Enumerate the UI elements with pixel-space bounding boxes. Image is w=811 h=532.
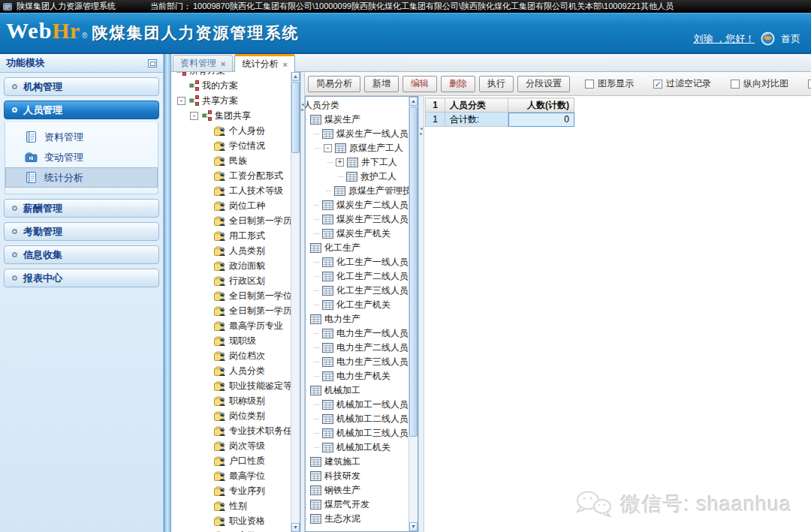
plan-tree-node[interactable]: -共享方案 — [174, 93, 291, 108]
plan-tree-node[interactable]: 工资分配形式 — [174, 168, 291, 183]
category-tree-node[interactable]: 钢铁生产 — [305, 483, 409, 497]
category-tree-node[interactable]: 煤炭生产二线人员 — [305, 198, 409, 212]
home-link[interactable]: 首页 — [781, 32, 800, 46]
plan-tree-node[interactable]: 个人身份 — [174, 123, 291, 138]
plan-tree-node[interactable]: 工人技术等级 — [174, 183, 291, 198]
tab-统计分析[interactable]: 统计分析× — [234, 54, 294, 72]
sidebar-group-机构管理[interactable]: 机构管理 — [4, 77, 159, 96]
checkbox-过滤空记录[interactable]: ✓过滤空记录 — [653, 77, 711, 90]
plan-tree-node[interactable]: 岗位工种 — [174, 198, 291, 213]
category-tree-node[interactable]: 机械加工三线人员 — [305, 426, 409, 440]
category-tree-node[interactable]: +井下工人 — [305, 155, 409, 170]
scroll-down-arrow-icon[interactable]: ▼ — [291, 523, 300, 532]
splitter-grip-icon[interactable]: ◂▸ — [301, 102, 304, 113]
plan-tree-node[interactable]: 岗位档次 — [174, 348, 291, 363]
plan-tree-node[interactable]: 户口性质 — [174, 453, 291, 468]
plan-tree-node[interactable]: 性别 — [174, 498, 291, 513]
category-tree-node[interactable]: 机械加工 — [305, 383, 409, 398]
plan-tree-node[interactable]: 我的方案 — [174, 78, 291, 93]
category-tree-node[interactable]: 电力生产 — [305, 312, 409, 326]
plan-tree-node[interactable]: 最高学历专业 — [174, 318, 291, 333]
checkbox-图形显示[interactable]: 图形显示 — [585, 77, 634, 90]
plan-tree-node[interactable]: 所有方案 — [174, 72, 291, 78]
scroll-up-arrow-icon[interactable]: ▲ — [409, 97, 418, 106]
category-tree-node[interactable]: 化工生产 — [305, 241, 409, 255]
plan-tree-node[interactable]: 政治面貌 — [174, 258, 291, 273]
category-tree-node[interactable]: 科技研发 — [305, 469, 409, 483]
sidebar-group-人员管理[interactable]: 人员管理 — [4, 101, 159, 119]
category-tree-node[interactable]: 机械加工一线人员 — [305, 398, 409, 412]
category-tree-node[interactable]: 煤层气开发 — [305, 497, 409, 512]
执行-button[interactable]: 执行 — [479, 76, 514, 92]
popout-icon[interactable] — [148, 59, 157, 68]
编辑-button[interactable]: 编辑 — [402, 76, 437, 92]
checkbox-unchecked-icon[interactable] — [731, 80, 740, 89]
checkbox-纵向对比图[interactable]: 纵向对比图 — [731, 77, 788, 90]
category-tree-node[interactable]: 煤炭生产一线人员 — [305, 127, 409, 141]
plan-tree-node[interactable]: 全日制第一学历专业 — [174, 213, 291, 228]
category-tree-node[interactable]: 原煤生产管理技术人员 — [305, 184, 409, 198]
collapse-icon[interactable]: - — [324, 144, 332, 152]
plan-tree-node[interactable]: 岗次等级 — [174, 438, 291, 453]
plan-tree-node[interactable]: 岗位类别 — [174, 408, 291, 423]
category-tree-node[interactable]: -原煤生产工人 — [305, 141, 409, 155]
plan-tree-node[interactable]: 全日制第一学历 — [174, 303, 291, 318]
column-header[interactable]: 人员分类 — [445, 98, 508, 113]
分段设置-button[interactable]: 分段设置 — [517, 76, 570, 92]
scroll-down-arrow-icon[interactable]: ▼ — [409, 522, 418, 531]
删除-button[interactable]: 删除 — [441, 76, 475, 92]
plan-tree-node[interactable]: 职业资格 — [174, 513, 291, 528]
plan-tree-node[interactable]: 最高学历 — [174, 528, 291, 532]
plan-tree-node[interactable]: 行政区划 — [174, 273, 291, 288]
sidebar-item-资料管理[interactable]: 资料管理 — [5, 127, 158, 147]
plan-tree-node[interactable]: 学位情况 — [174, 138, 291, 153]
checkbox-unchecked-icon[interactable] — [808, 80, 811, 89]
简易分析-button[interactable]: 简易分析 — [308, 76, 360, 92]
category-panel-splitter[interactable]: ◂▸ — [418, 96, 424, 532]
category-tree-node[interactable]: 救护工人 — [305, 170, 409, 184]
plan-tree-node[interactable]: 现职级 — [174, 333, 291, 348]
category-tree-node[interactable]: 电力生产一线人员 — [305, 326, 409, 341]
category-tree-node[interactable]: 化工生产二线人员 — [305, 269, 409, 284]
plan-tree-node[interactable]: 最高学位 — [174, 468, 291, 483]
plan-tree-node[interactable]: 专业序列 — [174, 483, 291, 498]
tab-资料管理[interactable]: 资料管理× — [173, 55, 233, 71]
sidebar-item-变动管理[interactable]: 变动管理 — [5, 147, 158, 167]
plan-tree-scrollbar[interactable]: ▲ ▼ — [291, 72, 300, 532]
tab-close-icon[interactable]: × — [221, 59, 225, 68]
category-tree-node[interactable]: 化工生产一线人员 — [305, 255, 409, 269]
category-tree-node[interactable]: 机械加工机关 — [305, 440, 409, 455]
tab-close-icon[interactable]: × — [282, 60, 287, 69]
category-tree-node[interactable]: 煤炭生产 — [305, 113, 409, 127]
table-row[interactable]: 1合计数:0 — [426, 113, 574, 127]
plan-tree-node[interactable]: 人员分类 — [174, 363, 291, 378]
plan-tree-node[interactable]: -集团共享 — [174, 108, 291, 123]
category-tree-node[interactable]: 建筑施工 — [305, 455, 409, 469]
category-tree-node[interactable]: 电力生产三线人员 — [305, 355, 409, 369]
column-header[interactable]: 1 — [426, 98, 445, 113]
category-tree-scrollbar[interactable]: ▲ ▼ — [409, 97, 418, 531]
category-tree-node[interactable]: 生态水泥 — [305, 512, 409, 526]
checkbox-unchecked-icon[interactable] — [585, 80, 594, 89]
collapse-icon[interactable]: - — [177, 97, 185, 105]
plan-tree-node[interactable]: 人员类别 — [174, 243, 291, 258]
plan-tree-node[interactable]: 全日制第一学位 — [174, 288, 291, 303]
expand-icon[interactable]: + — [336, 158, 344, 167]
sidebar-splitter[interactable] — [164, 54, 171, 532]
sidebar-group-报表中心[interactable]: 报表中心 — [4, 269, 159, 287]
plan-tree-node[interactable]: 专业技术职务任职资格 — [174, 423, 291, 438]
category-tree-node[interactable]: 机械加工二线人员 — [305, 412, 409, 426]
plan-tree-node[interactable]: 职称级别 — [174, 393, 291, 408]
plan-tree-node[interactable]: 职业技能鉴定等级 — [174, 378, 291, 393]
checkbox-checked-icon[interactable]: ✓ — [653, 80, 662, 89]
column-header[interactable]: 人数(计数) — [508, 98, 574, 113]
collapse-icon[interactable]: - — [190, 112, 198, 120]
plan-tree-node[interactable]: 民族 — [174, 153, 291, 168]
新增-button[interactable]: 新增 — [364, 76, 399, 92]
scroll-up-arrow-icon[interactable]: ▲ — [291, 72, 300, 81]
splitter-grip-icon[interactable]: ◂▸ — [419, 126, 424, 137]
category-tree-node[interactable]: 电力生产二线人员 — [305, 341, 409, 355]
plan-tree-node[interactable]: 用工形式 — [174, 228, 291, 243]
sidebar-group-考勤管理[interactable]: 考勤管理 — [4, 222, 159, 241]
sidebar-group-薪酬管理[interactable]: 薪酬管理 — [4, 199, 159, 218]
